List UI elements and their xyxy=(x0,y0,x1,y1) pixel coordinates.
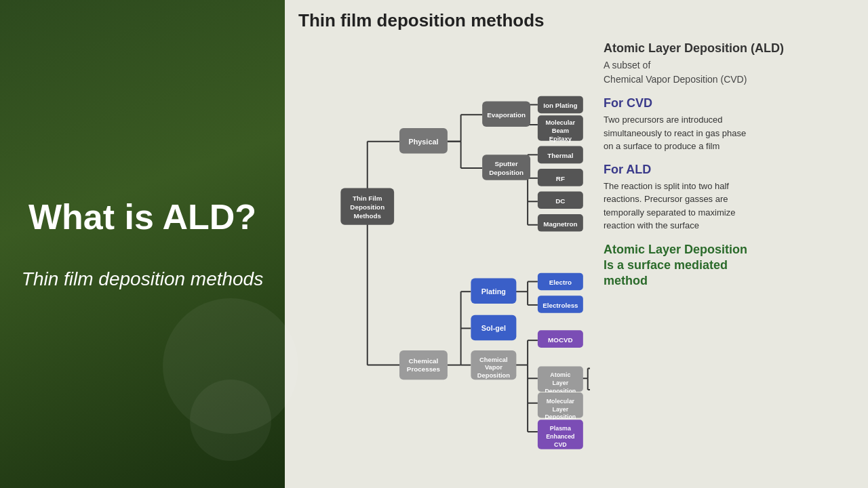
left-panel: What is ALD? Thin film deposition method… xyxy=(0,0,285,488)
ald-sub: A subset of Chemical Vapor Deposition (C… xyxy=(604,58,848,87)
ald-sub2: Chemical Vapor Deposition (CVD) xyxy=(604,74,747,85)
svg-text:Layer: Layer xyxy=(553,380,569,386)
svg-text:Chemical: Chemical xyxy=(479,357,508,363)
for-ald-body: The reaction is split into two halfreact… xyxy=(604,180,848,232)
cvd-heading: For CVD xyxy=(604,96,848,110)
content-area: Thin Film Deposition Methods Physical Ch… xyxy=(298,38,854,481)
svg-text:RF: RF xyxy=(556,175,565,182)
svg-text:Epitaxy: Epitaxy xyxy=(549,136,572,142)
svg-text:MOCVD: MOCVD xyxy=(548,336,573,344)
svg-text:Vapor: Vapor xyxy=(485,364,502,371)
svg-text:Magnetron: Magnetron xyxy=(543,220,577,228)
main-title: What is ALD? xyxy=(28,196,256,238)
svg-text:Enhanced: Enhanced xyxy=(546,433,574,440)
svg-text:Thin Film: Thin Film xyxy=(353,195,382,202)
svg-text:Sol-gel: Sol-gel xyxy=(481,324,506,332)
svg-text:CVD: CVD xyxy=(554,441,567,448)
svg-text:Thermal: Thermal xyxy=(547,152,574,159)
svg-text:Beam: Beam xyxy=(552,127,569,134)
surface-heading: Atomic Layer DepositionIs a surface medi… xyxy=(604,242,848,289)
svg-text:Chemical: Chemical xyxy=(409,357,439,365)
svg-text:Plasma: Plasma xyxy=(550,425,571,432)
svg-text:Plating: Plating xyxy=(481,287,506,296)
svg-text:Physical: Physical xyxy=(408,138,438,146)
svg-text:Deposition: Deposition xyxy=(477,372,511,379)
text-area: Atomic Layer Deposition (ALD) A subset o… xyxy=(597,38,854,481)
diagram-svg: Thin Film Deposition Methods Physical Ch… xyxy=(298,38,590,479)
svg-text:DC: DC xyxy=(555,197,565,205)
subtitle: Thin film deposition methods xyxy=(22,266,263,292)
svg-text:Molecular: Molecular xyxy=(546,119,576,126)
cvd-body: Two precursors are introducedsimultaneou… xyxy=(604,113,848,153)
svg-text:Electro: Electro xyxy=(549,279,572,286)
page-title: Thin film deposition methods xyxy=(298,10,854,31)
svg-text:Deposition: Deposition xyxy=(489,169,524,176)
svg-text:Electroless: Electroless xyxy=(542,302,578,309)
svg-text:Processes: Processes xyxy=(407,365,441,373)
for-ald-heading: For ALD xyxy=(604,163,848,177)
svg-text:Atomic: Atomic xyxy=(550,371,570,378)
svg-text:Molecular: Molecular xyxy=(547,398,575,405)
svg-text:Deposition: Deposition xyxy=(545,413,576,420)
right-panel: Thin film deposition methods xyxy=(285,0,868,488)
svg-text:Evaporation: Evaporation xyxy=(487,111,526,119)
diagram-area: Thin Film Deposition Methods Physical Ch… xyxy=(298,38,590,481)
svg-text:Methods: Methods xyxy=(354,212,382,220)
ald-sub1: A subset of xyxy=(604,60,650,70)
svg-text:Sputter: Sputter xyxy=(494,160,518,167)
svg-text:Layer: Layer xyxy=(553,406,569,413)
svg-text:Ion Plating: Ion Plating xyxy=(543,102,577,109)
ald-heading: Atomic Layer Deposition (ALD) xyxy=(604,41,848,56)
svg-text:Deposition: Deposition xyxy=(350,203,384,211)
